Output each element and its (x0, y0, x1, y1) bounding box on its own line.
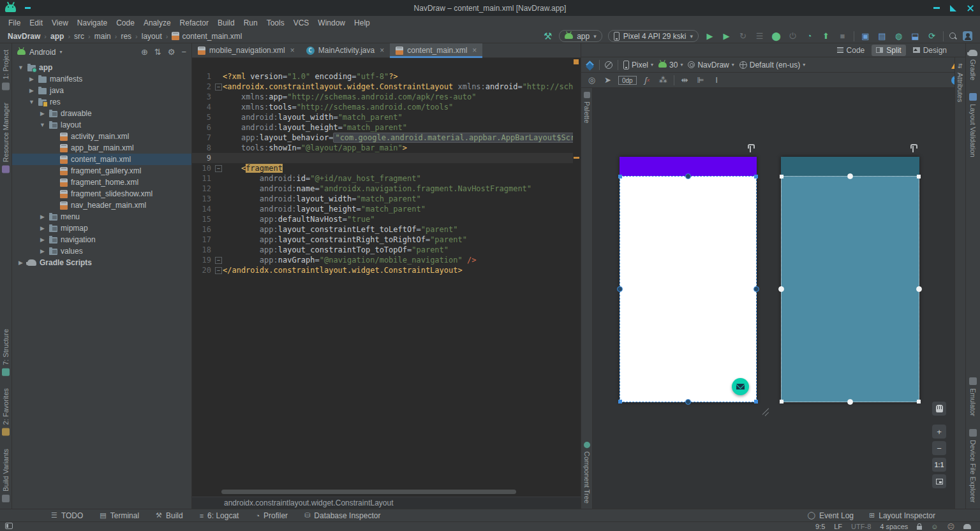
tool-window-button-todo[interactable]: ☰TODO (51, 511, 83, 520)
fragment-selection-blueprint[interactable] (781, 176, 919, 402)
tree-item-drawable[interactable]: ▶drawable (12, 108, 191, 119)
theme-dropdown[interactable]: NavDraw ▾ (688, 61, 734, 69)
menu-item-refactor[interactable]: Refactor (175, 17, 213, 29)
tree-arrow-icon[interactable]: ▼ (28, 99, 35, 105)
menu-item-vcs[interactable]: VCS (289, 17, 314, 29)
tool-button-favorites[interactable]: 2: Favorites (2, 382, 10, 442)
window-minimize-button[interactable] (933, 7, 940, 9)
line-separator[interactable]: LF (834, 523, 842, 530)
happy-face-icon[interactable]: ☺ (931, 523, 938, 530)
tree-item-menu[interactable]: ▶menu (12, 211, 191, 222)
code-editor[interactable]: 1<?xml version="1.0" encoding="utf-8"?>2… (192, 58, 581, 497)
tool-button-structure[interactable]: 7: Structure (2, 323, 10, 382)
tree-arrow-icon[interactable]: ▶ (39, 236, 46, 243)
tree-item-java[interactable]: ▶java (12, 85, 191, 96)
tree-arrow-icon[interactable]: ▼ (39, 122, 46, 128)
zoom-in-button[interactable]: + (932, 425, 946, 439)
tree-arrow-icon[interactable]: ▼ (17, 64, 24, 71)
menu-item-tools[interactable]: Tools (262, 17, 289, 29)
tree-item-app[interactable]: ▼app (12, 62, 191, 73)
fold-marker[interactable] (214, 82, 223, 92)
preview-resize-handle[interactable] (761, 407, 771, 417)
tree-item-manifests[interactable]: ▶manifests (12, 73, 191, 85)
selection-handle[interactable] (618, 175, 622, 178)
selection-handle[interactable] (780, 175, 783, 178)
clear-constraints-icon[interactable]: ʃx (642, 75, 653, 85)
tree-item-values[interactable]: ▶values (12, 245, 191, 257)
constraint-anchor-left[interactable] (617, 286, 623, 292)
run-with-coverage-icon[interactable]: ☰ (754, 31, 765, 41)
breadcrumb-item[interactable]: app (49, 31, 65, 41)
sdk-manager-icon[interactable]: ⬓ (910, 31, 921, 41)
menu-item-edit[interactable]: Edit (25, 17, 47, 29)
tree-item-fragment-home-xml[interactable]: fragment_home.xml (12, 177, 191, 188)
tree-item-fragment-gallery-xml[interactable]: fragment_gallery.xml (12, 165, 191, 177)
breadcrumb-item[interactable]: NavDraw (6, 31, 41, 41)
run-icon[interactable]: ▶ (704, 31, 715, 41)
tree-arrow-icon[interactable]: ▶ (28, 87, 35, 94)
constraint-anchor-right[interactable] (754, 286, 759, 292)
zoom-reset-button[interactable]: 1:1 (932, 458, 946, 472)
tree-item-content-main-xml[interactable]: content_main.xml (12, 154, 191, 165)
device-manager-icon[interactable]: ▣ (860, 31, 871, 41)
view-options-icon[interactable]: ◎ (586, 75, 597, 85)
menu-item-code[interactable]: Code (112, 17, 139, 29)
orientation-icon[interactable] (605, 61, 612, 69)
locale-dropdown[interactable]: Default (en-us) ▾ (739, 61, 805, 69)
menu-item-view[interactable]: View (47, 17, 73, 29)
error-stripe-mark[interactable] (574, 59, 579, 64)
robot-icon[interactable] (963, 524, 971, 529)
tree-arrow-icon[interactable]: ▶ (28, 76, 35, 82)
selection-handle[interactable] (754, 175, 758, 178)
mode-button-design[interactable]: Design (909, 45, 951, 56)
locate-icon[interactable]: ⊕ (141, 47, 148, 57)
tree-item-gradle-scripts[interactable]: ▶Gradle Scripts (12, 257, 191, 268)
close-icon[interactable]: × (380, 46, 384, 55)
tool-window-button-event-log[interactable]: ◯Event Log (808, 511, 854, 520)
tool-window-button-terminal[interactable]: ▤Terminal (100, 511, 139, 520)
profile-icon[interactable]: ◔ (804, 31, 815, 41)
tree-arrow-icon[interactable]: ▶ (17, 259, 24, 266)
logcat-window-icon[interactable]: ▤ (877, 31, 887, 41)
constraint-anchor-top[interactable] (685, 173, 691, 179)
zoom-to-fit-button[interactable] (932, 474, 946, 488)
tree-arrow-icon[interactable]: ▶ (39, 225, 46, 231)
design-canvas[interactable]: Palette Component Tree (581, 88, 965, 509)
pan-tool-button[interactable] (932, 402, 946, 416)
rerun-icon[interactable]: ↻ (738, 31, 748, 41)
tree-item-activity-main-xml[interactable]: activity_main.xml (12, 131, 191, 142)
horizontal-scrollbar[interactable] (221, 490, 516, 494)
menu-item-navigate[interactable]: Navigate (73, 17, 112, 29)
constraint-anchor-right[interactable] (916, 286, 922, 292)
tree-item-fragment-slideshow-xml[interactable]: fragment_slideshow.xml (12, 188, 191, 200)
apply-changes-icon[interactable]: ⬆ (820, 31, 831, 41)
fold-marker[interactable] (214, 265, 223, 275)
tree-arrow-icon[interactable]: ▶ (39, 214, 46, 220)
design-surface-icon[interactable] (586, 61, 594, 69)
run-button[interactable]: ▶ (721, 31, 732, 41)
menu-item-analyze[interactable]: Analyze (139, 17, 175, 29)
collapse-all-icon[interactable]: ⇅ (154, 47, 161, 57)
tool-window-button-layout-inspector[interactable]: ⊞Layout Inspector (869, 511, 935, 520)
pack-icon[interactable]: ⇹ (679, 75, 690, 85)
tool-window-button-build[interactable]: ⚒Build (156, 511, 183, 520)
infer-constraints-icon[interactable]: ⁂ (658, 75, 669, 85)
avd-manager-icon[interactable]: ◍ (893, 31, 904, 41)
menu-item-window[interactable]: Window (313, 17, 350, 29)
breadcrumb-item[interactable]: res (119, 31, 133, 41)
fold-marker[interactable] (214, 163, 223, 173)
settings-gear-icon[interactable]: ⚙ (168, 47, 175, 57)
search-everywhere-icon[interactable] (949, 33, 957, 40)
component-tree-tab[interactable]: Component Tree (583, 435, 591, 509)
window-layout-icon[interactable] (5, 523, 13, 529)
menu-item-run[interactable]: Run (239, 17, 262, 29)
editor-tab-mainactivity-java[interactable]: CMainActivity.java× (301, 43, 390, 57)
build-hammer-icon[interactable]: ⚒ (542, 31, 553, 41)
constraint-anchor-bottom[interactable] (847, 399, 853, 405)
design-preview[interactable] (620, 157, 757, 402)
tool-window-button-database-inspector[interactable]: ⛁Database Inspector (304, 511, 380, 520)
tool-button-device-file-explorer[interactable]: Device File Explorer (969, 423, 977, 509)
align-icon[interactable]: ⊫ (695, 75, 706, 85)
fragment-selection[interactable] (620, 176, 757, 402)
attributes-tab[interactable]: Attributes (956, 73, 964, 102)
